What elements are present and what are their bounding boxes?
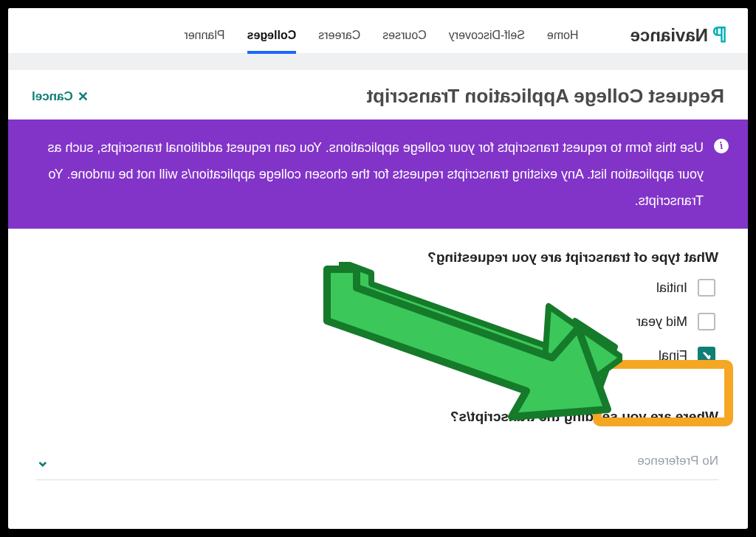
banner-text: Use this form to request transcripts for… (27, 134, 704, 214)
title-bar: Request College Application Transcript ✕… (8, 70, 724, 119)
option-final[interactable]: ✔ Final (38, 347, 715, 364)
info-icon: i (714, 139, 729, 153)
option-label: Initial (656, 280, 687, 296)
question-transcript-type: What type of transcript are you requesti… (38, 249, 718, 266)
close-icon: ✕ (78, 89, 89, 105)
option-mid-year[interactable]: Mid year (38, 313, 715, 330)
brand-logo: ℙ Naviance (630, 23, 727, 47)
app-frame: ℙ Naviance Home Self-Discovery Courses C… (6, 6, 750, 531)
header: ℙ Naviance Home Self-Discovery Courses C… (8, 8, 748, 54)
dropdown-placeholder: No Preference (637, 454, 718, 468)
brand-name: Naviance (630, 25, 708, 46)
main-nav: Home Self-Discovery Courses Careers Coll… (184, 17, 578, 53)
nav-planner[interactable]: Planner (184, 18, 224, 52)
option-initial[interactable]: Initial (38, 279, 715, 297)
cancel-button[interactable]: ✕ Cancel (32, 89, 89, 105)
nav-careers[interactable]: Careers (318, 18, 360, 52)
sub-header-strip (8, 54, 748, 70)
page-title: Request College Application Transcript (367, 85, 748, 108)
destination-dropdown[interactable]: No Preference ⌄ (36, 438, 718, 480)
nav-colleges[interactable]: Colleges (247, 18, 297, 52)
nav-courses[interactable]: Courses (382, 18, 427, 52)
cancel-label: Cancel (32, 89, 73, 104)
question-destination: Where are you sending the transcript/s? (38, 409, 718, 425)
logo-mark-icon: ℙ (712, 23, 727, 47)
option-label: Mid year (636, 314, 687, 330)
checkbox-icon (698, 313, 715, 330)
content: Request College Application Transcript ✕… (8, 70, 748, 488)
nav-self-discovery[interactable]: Self-Discovery (449, 18, 525, 52)
option-label: Final (659, 348, 687, 364)
chevron-down-icon: ⌄ (36, 451, 49, 471)
checkbox-checked-icon: ✔ (698, 347, 715, 364)
form-area: What type of transcript are you requesti… (8, 229, 748, 488)
checkbox-icon (698, 279, 715, 297)
info-banner: i Use this form to request transcripts f… (8, 119, 748, 229)
transcript-type-options: Initial Mid year ✔ Final (38, 279, 715, 364)
nav-home[interactable]: Home (547, 18, 579, 52)
